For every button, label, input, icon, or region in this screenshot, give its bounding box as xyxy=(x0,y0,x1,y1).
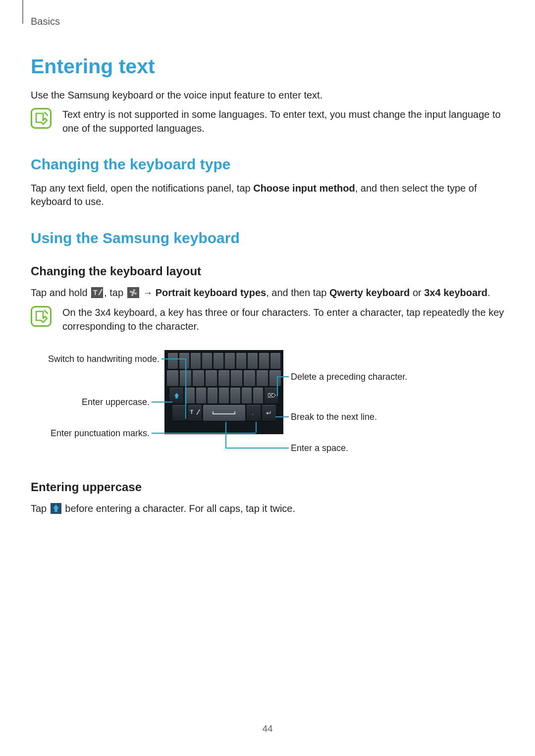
text: or xyxy=(410,287,424,298)
key xyxy=(214,353,223,369)
callout-line xyxy=(275,416,289,417)
key xyxy=(202,353,212,369)
callout-uppercase: Enter uppercase. xyxy=(46,396,150,408)
heading-entering-uppercase: Entering uppercase xyxy=(31,479,505,495)
callout-line xyxy=(277,376,278,396)
callout-line xyxy=(277,376,289,377)
note-text: Text entry is not supported in some lang… xyxy=(62,108,505,135)
key xyxy=(269,370,281,386)
callout-line xyxy=(256,422,257,433)
key xyxy=(244,370,255,386)
key xyxy=(208,388,217,403)
bold-portrait-types: Portrait keyboard types xyxy=(156,287,266,298)
key xyxy=(242,388,252,403)
key xyxy=(191,353,201,369)
key xyxy=(257,370,268,386)
callout-space: Enter a space. xyxy=(291,442,348,454)
heading-using-samsung-keyboard: Using the Samsung keyboard xyxy=(31,228,505,248)
callout-handwriting: Switch to handwriting mode. xyxy=(21,353,160,365)
punctuation-key: . xyxy=(247,405,261,421)
header-section: Basics xyxy=(31,15,60,29)
gear-icon xyxy=(127,287,139,298)
space-key xyxy=(203,405,245,421)
kb-row-3: ⌫ xyxy=(167,388,281,403)
text: Tap xyxy=(31,503,50,514)
callout-line xyxy=(161,358,185,359)
key xyxy=(225,353,235,369)
kb-row-1 xyxy=(167,353,281,369)
page-title: Entering text xyxy=(31,52,505,81)
key xyxy=(218,370,230,386)
callout-line xyxy=(225,422,226,448)
text: Tap any text field, open the notificatio… xyxy=(31,183,253,194)
key xyxy=(219,388,229,403)
shift-icon xyxy=(51,503,61,514)
text: Tap and hold xyxy=(31,287,90,298)
text: before entering a character. For all cap… xyxy=(62,503,295,514)
key xyxy=(206,370,217,386)
key xyxy=(248,353,258,369)
key xyxy=(179,353,189,369)
key xyxy=(259,353,269,369)
kb-row-2 xyxy=(167,370,281,386)
key xyxy=(253,388,263,403)
delete-key: ⌫ xyxy=(265,388,278,403)
note-block: On the 3x4 keyboard, a key has three or … xyxy=(31,306,505,333)
page-content: Entering text Use the Samsung keyboard o… xyxy=(31,52,505,521)
bold-3x4: 3x4 keyboard xyxy=(424,287,487,298)
keyboard: ⌫ . ↵ xyxy=(164,350,283,434)
callout-line xyxy=(225,448,289,449)
key xyxy=(193,370,204,386)
keyboard-figure: ⌫ . ↵ Switch to handwriting mode. Enter … xyxy=(31,350,505,464)
note-icon xyxy=(31,108,52,129)
callout-delete: Delete a preceding character. xyxy=(291,371,407,383)
tpen-key xyxy=(188,405,202,421)
enter-key: ↵ xyxy=(262,405,276,421)
arrow-icon: → xyxy=(140,287,156,298)
text: , and then tap xyxy=(266,287,329,298)
para-change-type: Tap any text field, open the notificatio… xyxy=(31,182,505,209)
bold-choose-input: Choose input method xyxy=(253,183,355,194)
page-number: 44 xyxy=(0,722,535,735)
text: , tap xyxy=(104,287,126,298)
text: . xyxy=(487,287,490,298)
para-uppercase: Tap before entering a character. For all… xyxy=(31,502,505,516)
key xyxy=(167,370,178,386)
heading-change-keyboard-type: Changing the keyboard type xyxy=(31,154,505,174)
callout-line xyxy=(152,402,172,403)
tpen-icon xyxy=(91,287,103,298)
note-text: On the 3x4 keyboard, a key has three or … xyxy=(62,306,505,333)
note-icon xyxy=(31,306,52,327)
para-change-layout: Tap and hold , tap → Portrait keyboard t… xyxy=(31,286,505,300)
kb-row-4: . ↵ xyxy=(167,405,281,421)
key xyxy=(231,370,242,386)
heading-change-layout: Changing the keyboard layout xyxy=(31,263,505,279)
callout-line xyxy=(185,358,186,419)
note-block: Text entry is not supported in some lang… xyxy=(31,108,505,135)
key xyxy=(270,353,280,369)
key xyxy=(196,388,206,403)
bold-qwerty: Qwerty keyboard xyxy=(329,287,410,298)
intro-paragraph: Use the Samsung keyboard or the voice in… xyxy=(31,89,505,102)
callout-punctuation: Enter punctuation marks. xyxy=(31,427,150,440)
callout-line xyxy=(152,433,256,434)
key xyxy=(168,353,178,369)
key xyxy=(185,388,195,403)
margin-line xyxy=(22,0,23,24)
sym-key xyxy=(172,405,186,421)
key xyxy=(230,388,240,403)
key xyxy=(236,353,246,369)
callout-nextline: Break to the next line. xyxy=(291,411,377,423)
